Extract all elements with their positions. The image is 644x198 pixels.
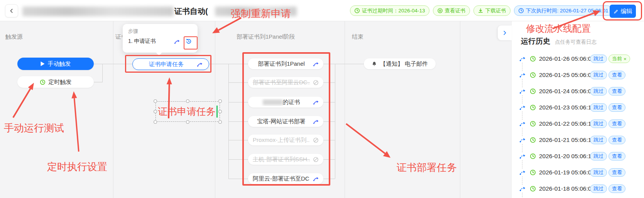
back-button[interactable] [5,4,18,17]
clock-icon [530,56,536,62]
resize-handle[interactable] [218,110,222,113]
status-badge-skipped: 跳过 [590,55,607,63]
top-bar: 证书自动( 证书过期时间：2026-04-13 查看证书 下载证书 下次执行时间… [0,0,644,21]
connector-line [335,64,364,64]
block-icon [313,80,319,85]
timer-trigger-node[interactable]: 定时触发 [17,76,94,88]
run-row[interactable]: 2026-01-25 05:06:05 跳过 查看 [512,67,644,83]
resize-handle[interactable] [154,99,157,103]
status-badge-skipped: 跳过 [590,103,607,112]
resize-handle[interactable] [154,110,157,113]
run-row[interactable]: 2026-01-24 05:06:04 跳过 查看 [512,83,644,99]
play-icon [41,61,45,66]
retry-history-icon[interactable] [185,38,192,45]
view-run-button[interactable]: 查看 [609,71,625,79]
timer-trigger-label: 定时触发 [49,79,72,86]
skip-branch-icon [519,121,526,126]
title-redacted-blur [22,7,174,16]
status-badge-skipped: 跳过 [590,119,607,128]
deploy-node-label: Proxmox-上传证书到... [253,137,310,144]
annotation-force-reapply: 强制重新申请 [231,7,291,20]
resize-handle[interactable] [186,99,189,103]
jump-icon [313,100,319,105]
view-run-button[interactable]: 查看 [609,184,625,193]
run-row[interactable]: 2026-01-26 05:06:06 跳过 当前× [512,51,644,67]
annotation-edit-textbox[interactable]: 证书申请任务 [156,101,220,122]
step-popup-title: 步骤 [128,28,192,35]
deploy-node-aliyun-dc[interactable]: 阿里云-部署证书至DC... [248,173,323,184]
run-row[interactable]: 2026-01-23 05:06:12 跳过 查看 [512,99,644,116]
column-header-trigger: 触发源 [5,33,23,41]
deploy-node-label: 的证书 [253,99,310,106]
view-run-button[interactable]: 查看 [609,87,625,96]
block-icon [313,157,319,162]
view-cert-button[interactable]: 查看证书 [433,5,470,16]
run-date: 2026-01-22 05:06:15 [539,120,595,127]
run-date: 2026-01-26 05:06:06 [539,55,595,62]
status-badge-skipped: 跳过 [590,71,607,79]
deploy-node-proxmox-disabled[interactable]: Proxmox-上传证书到... [248,135,323,145]
redacted-blur [263,99,283,105]
run-date: 2026-01-24 05:06:04 [539,88,595,95]
download-cert-button[interactable]: 下载证书 [473,5,510,16]
skip-branch-icon [519,105,526,110]
connector-line [323,121,335,122]
resize-handle[interactable] [218,99,222,103]
connector-line [228,140,248,140]
run-row[interactable]: 2026-01-22 05:06:15 跳过 查看 [512,116,644,132]
run-date: 2026-01-23 05:06:12 [539,104,595,111]
edit-button[interactable]: 编辑 [610,5,636,18]
clock-icon [530,186,536,192]
download-icon [478,8,483,14]
cert-apply-node-label: 证书申请任务 [139,61,194,68]
run-list: 2026-01-26 05:06:06 跳过 当前× 2026-01-25 05… [512,51,644,197]
deploy-node-redacted-cert[interactable]: 的证书 [248,97,323,108]
cert-expiry-label: 证书过期时间：2026-04-13 [362,7,425,14]
resize-handle[interactable] [186,120,189,124]
annotation-modify-pipeline: 修改流水线配置 [526,22,591,35]
connector-line [228,82,248,83]
connector-line [323,102,335,102]
skip-branch-icon [519,72,526,78]
notify-email-node[interactable]: 【通知】 电子邮件 [364,58,436,69]
resize-handle[interactable] [154,120,157,124]
cert-apply-node[interactable]: 证书申请任务 [132,58,209,70]
skip-branch-icon [519,186,526,191]
collapse-panel-tab[interactable] [498,26,512,40]
clock-icon [530,72,536,78]
deploy-node-baota[interactable]: 宝塔-网站证书部署 [248,116,323,127]
run-row[interactable]: 2026-01-21 05:06:11 跳过 查看 [512,132,644,148]
view-run-button[interactable]: 查看 [609,136,625,144]
current-run-badge[interactable]: 当前× [609,55,630,63]
close-icon[interactable]: × [624,56,627,62]
deploy-node-1panel[interactable]: 部署证书到1Panel [248,58,323,69]
step-popup: 步骤 1. 申请证书 [123,24,198,53]
run-date: 2026-01-19 05:06:09 [539,169,595,176]
clock-icon [530,137,536,143]
page-title: 证书自动( [174,6,208,17]
clock-icon [518,8,524,14]
view-run-button[interactable]: 查看 [609,103,625,112]
view-run-button[interactable]: 查看 [609,152,625,160]
view-run-button[interactable]: 查看 [609,168,625,177]
manual-trigger-node[interactable]: 手动触发 [17,58,94,70]
deploy-node-ssh-disabled[interactable]: 主机-部署证书到SSH... [248,154,323,165]
jump-icon [313,119,319,124]
chevron-right-icon [502,30,507,36]
text-cursor [216,106,218,118]
run-row[interactable]: 2026-01-19 05:06:09 跳过 查看 [512,164,644,181]
block-icon [313,137,319,143]
connector-line [228,121,248,122]
run-history-subtitle: 点任务可查看日志 [555,39,597,46]
view-run-button[interactable]: 查看 [609,119,625,128]
skip-branch-icon [519,56,526,61]
deploy-node-aliyun-dc-disabled[interactable]: 部署证书至阿里云DC... [248,77,323,88]
view-cert-label: 查看证书 [445,7,466,14]
run-history-title: 运行历史 [521,36,550,46]
run-row[interactable]: 2026-01-20 05:06:10 跳过 查看 [512,148,644,164]
run-row[interactable]: 2026-01-18 05:06:06 跳过 查看 [512,181,644,197]
clock-icon [40,79,46,85]
jump-icon[interactable] [174,39,180,44]
resize-handle[interactable] [218,120,222,124]
connector-line [323,82,335,83]
